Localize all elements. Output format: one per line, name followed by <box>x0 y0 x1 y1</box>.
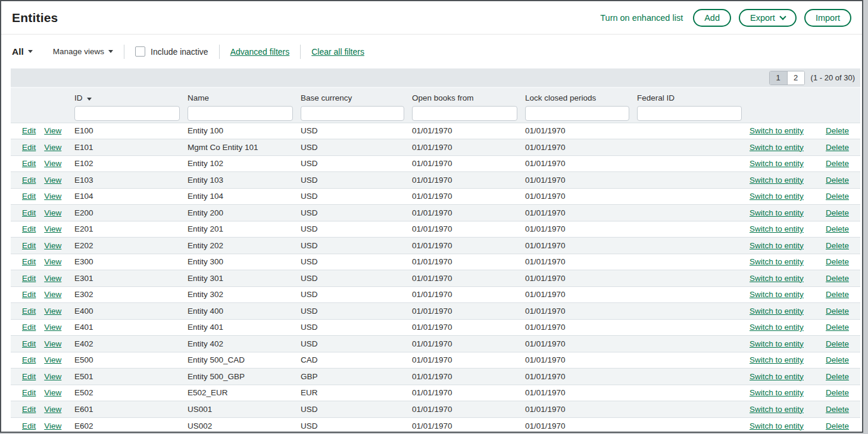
advanced-filters-link[interactable]: Advanced filters <box>230 47 290 57</box>
edit-link[interactable]: Edit <box>22 159 36 168</box>
view-link[interactable]: View <box>44 126 61 135</box>
switch-to-entity-link[interactable]: Switch to entity <box>750 143 804 152</box>
edit-link[interactable]: Edit <box>22 208 36 217</box>
export-button[interactable]: Export <box>739 9 797 27</box>
edit-link[interactable]: Edit <box>22 388 36 397</box>
edit-link[interactable]: Edit <box>22 192 36 201</box>
filter-input-lock-closed-periods[interactable] <box>525 106 629 121</box>
view-link[interactable]: View <box>44 143 61 152</box>
edit-link[interactable]: Edit <box>22 372 36 381</box>
edit-link[interactable]: Edit <box>22 290 36 299</box>
edit-link[interactable]: Edit <box>22 323 36 332</box>
switch-to-entity-link[interactable]: Switch to entity <box>750 339 804 348</box>
view-link[interactable]: View <box>44 323 61 332</box>
view-link[interactable]: View <box>44 372 61 381</box>
switch-to-entity-link[interactable]: Switch to entity <box>750 274 804 283</box>
switch-to-entity-link[interactable]: Switch to entity <box>750 307 804 316</box>
delete-link[interactable]: Delete <box>826 372 849 381</box>
delete-link[interactable]: Delete <box>826 339 849 348</box>
filter-input-open-books-from[interactable] <box>412 106 517 121</box>
column-header-open-books-from[interactable]: Open books from <box>412 88 525 104</box>
switch-to-entity-link[interactable]: Switch to entity <box>750 257 804 266</box>
delete-link[interactable]: Delete <box>826 126 849 135</box>
switch-to-entity-link[interactable]: Switch to entity <box>750 208 804 217</box>
view-link[interactable]: View <box>44 388 61 397</box>
delete-link[interactable]: Delete <box>826 143 849 152</box>
view-link[interactable]: View <box>44 224 61 233</box>
switch-to-entity-link[interactable]: Switch to entity <box>750 192 804 201</box>
view-link[interactable]: View <box>44 241 61 250</box>
filter-input-name[interactable] <box>188 106 293 121</box>
delete-link[interactable]: Delete <box>826 405 849 414</box>
column-header-lock-closed-periods[interactable]: Lock closed periods <box>525 88 637 104</box>
view-link[interactable]: View <box>44 307 61 316</box>
delete-link[interactable]: Delete <box>826 224 849 233</box>
switch-to-entity-link[interactable]: Switch to entity <box>750 355 804 364</box>
add-button[interactable]: Add <box>693 9 731 27</box>
column-header-name[interactable]: Name <box>188 88 301 104</box>
switch-to-entity-link[interactable]: Switch to entity <box>750 126 804 135</box>
sort-descending-icon[interactable] <box>87 98 92 101</box>
switch-to-entity-link[interactable]: Switch to entity <box>750 176 804 185</box>
clear-all-filters-link[interactable]: Clear all filters <box>311 47 364 57</box>
switch-to-entity-link[interactable]: Switch to entity <box>750 323 804 332</box>
delete-link[interactable]: Delete <box>826 290 849 299</box>
view-link[interactable]: View <box>44 192 61 201</box>
filter-input-base-currency[interactable] <box>301 106 404 121</box>
switch-to-entity-link[interactable]: Switch to entity <box>750 159 804 168</box>
delete-link[interactable]: Delete <box>826 421 849 430</box>
column-header-id[interactable]: ID <box>74 88 188 104</box>
view-link[interactable]: View <box>44 274 61 283</box>
view-link[interactable]: View <box>44 355 61 364</box>
delete-link[interactable]: Delete <box>826 159 849 168</box>
delete-link[interactable]: Delete <box>826 307 849 316</box>
delete-link[interactable]: Delete <box>826 355 849 364</box>
view-link[interactable]: View <box>44 208 61 217</box>
view-link[interactable]: View <box>44 290 61 299</box>
page-1-button[interactable]: 1 <box>770 71 787 85</box>
view-link[interactable]: View <box>44 176 61 185</box>
delete-link[interactable]: Delete <box>826 241 849 250</box>
filter-input-id[interactable] <box>74 106 180 121</box>
edit-link[interactable]: Edit <box>22 405 36 414</box>
column-header-federal-id[interactable]: Federal ID <box>637 88 750 104</box>
turn-on-enhanced-list-link[interactable]: Turn on enhanced list <box>600 13 683 23</box>
delete-link[interactable]: Delete <box>826 192 849 201</box>
manage-views-dropdown[interactable]: Manage views <box>53 47 113 56</box>
edit-link[interactable]: Edit <box>22 339 36 348</box>
delete-link[interactable]: Delete <box>826 257 849 266</box>
switch-to-entity-link[interactable]: Switch to entity <box>750 224 804 233</box>
edit-link[interactable]: Edit <box>22 307 36 316</box>
edit-link[interactable]: Edit <box>22 274 36 283</box>
filter-input-federal-id[interactable] <box>637 106 742 121</box>
switch-to-entity-link[interactable]: Switch to entity <box>750 290 804 299</box>
view-link[interactable]: View <box>44 405 61 414</box>
switch-to-entity-link[interactable]: Switch to entity <box>750 372 804 381</box>
include-inactive-checkbox[interactable] <box>135 46 145 57</box>
delete-link[interactable]: Delete <box>826 323 849 332</box>
view-selector-dropdown[interactable]: All <box>12 46 33 57</box>
view-link[interactable]: View <box>44 421 61 430</box>
switch-to-entity-link[interactable]: Switch to entity <box>750 421 804 430</box>
edit-link[interactable]: Edit <box>22 176 36 185</box>
edit-link[interactable]: Edit <box>22 241 36 250</box>
switch-to-entity-link[interactable]: Switch to entity <box>750 405 804 414</box>
delete-link[interactable]: Delete <box>826 176 849 185</box>
edit-link[interactable]: Edit <box>22 355 36 364</box>
switch-to-entity-link[interactable]: Switch to entity <box>750 241 804 250</box>
page-2-button[interactable]: 2 <box>787 71 804 85</box>
view-link[interactable]: View <box>44 159 61 168</box>
delete-link[interactable]: Delete <box>826 208 849 217</box>
switch-to-entity-link[interactable]: Switch to entity <box>750 388 804 397</box>
edit-link[interactable]: Edit <box>22 257 36 266</box>
delete-link[interactable]: Delete <box>826 388 849 397</box>
edit-link[interactable]: Edit <box>22 421 36 430</box>
edit-link[interactable]: Edit <box>22 126 36 135</box>
delete-link[interactable]: Delete <box>826 274 849 283</box>
view-link[interactable]: View <box>44 257 61 266</box>
edit-link[interactable]: Edit <box>22 143 36 152</box>
column-header-base-currency[interactable]: Base currency <box>301 88 412 104</box>
edit-link[interactable]: Edit <box>22 224 36 233</box>
view-link[interactable]: View <box>44 339 61 348</box>
import-button[interactable]: Import <box>804 9 851 27</box>
